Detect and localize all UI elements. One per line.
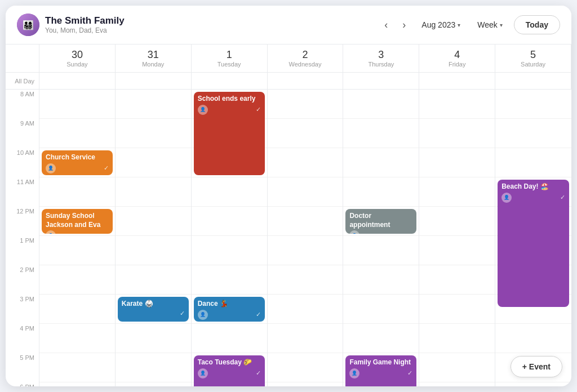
event-avatar-sunday-school: 👤 bbox=[46, 230, 56, 234]
hour-slot-2-3 bbox=[192, 177, 267, 207]
day-column-3 bbox=[268, 90, 344, 386]
day-header-1: 31Monday bbox=[116, 44, 192, 72]
family-subtitle: You, Mom, Dad, Eva bbox=[45, 26, 125, 34]
family-avatar: 👨‍👩‍👧‍👦 bbox=[17, 14, 39, 36]
hour-slot-0-8 bbox=[39, 324, 115, 353]
add-event-button[interactable]: + Event bbox=[511, 356, 562, 377]
day-num-3: 2 bbox=[270, 49, 341, 61]
hour-slot-3-5 bbox=[268, 236, 343, 265]
hour-slot-2-8 bbox=[192, 324, 267, 353]
week-selector[interactable]: Week ▾ bbox=[472, 17, 508, 33]
day-num-4: 3 bbox=[345, 49, 416, 61]
event-meta-sunday-school: 👤✓ bbox=[46, 230, 109, 234]
days-columns: Church Service👤✓Sunday School Jackson an… bbox=[39, 90, 571, 386]
day-name-3: Wednesday bbox=[270, 61, 341, 68]
hour-slot-4-1 bbox=[343, 119, 419, 148]
time-label-1: 9 AM bbox=[6, 119, 39, 148]
day-name-6: Saturday bbox=[498, 61, 569, 68]
day-header-2: 1Tuesday bbox=[192, 44, 268, 72]
event-avatar-school-ends-early: 👤 bbox=[198, 105, 208, 115]
event-title-church-service: Church Service bbox=[46, 153, 109, 162]
event-check-sunday-school: ✓ bbox=[104, 232, 109, 234]
event-avatar-doctor-appointment: 👤 bbox=[349, 230, 359, 234]
prev-button[interactable]: ‹ bbox=[380, 17, 392, 33]
hour-slot-5-10 bbox=[419, 382, 495, 386]
time-label-10: 6 PM bbox=[6, 382, 39, 386]
event-dance[interactable]: Dance 💃👤✓ bbox=[194, 297, 265, 322]
header-spacer bbox=[6, 44, 39, 72]
today-button[interactable]: Today bbox=[514, 15, 560, 34]
day-name-1: Monday bbox=[118, 61, 189, 68]
day-header-3: 2Wednesday bbox=[268, 44, 344, 72]
header: 👨‍👩‍👧‍👦 The Smith Family You, Mom, Dad, … bbox=[6, 6, 571, 44]
hour-slot-1-8 bbox=[116, 324, 191, 353]
event-title-school-ends-early: School ends early bbox=[198, 95, 261, 104]
event-avatar-beach-day: 👤 bbox=[501, 193, 512, 203]
event-meta-doctor-appointment: 👤 bbox=[349, 230, 412, 234]
hour-slot-3-2 bbox=[268, 148, 343, 177]
event-church-service[interactable]: Church Service👤✓ bbox=[42, 150, 113, 175]
header-left: 👨‍👩‍👧‍👦 The Smith Family You, Mom, Dad, … bbox=[17, 14, 380, 36]
event-avatar-taco-tuesday: 👤 bbox=[198, 368, 208, 378]
day-header-0: 30Sunday bbox=[39, 44, 116, 72]
event-doctor-appointment[interactable]: Doctor appointment👤 bbox=[345, 209, 416, 234]
time-label-6: 2 PM bbox=[6, 265, 39, 295]
hour-slot-4-7 bbox=[343, 295, 419, 324]
day-column-4: Doctor appointment👤Family Game Night👤✓ bbox=[343, 90, 419, 386]
time-label-7: 3 PM bbox=[6, 295, 39, 324]
calendar-app: 👨‍👩‍👧‍👦 The Smith Family You, Mom, Dad, … bbox=[6, 6, 571, 386]
hour-slot-5-5 bbox=[419, 236, 495, 265]
allday-cell-2 bbox=[192, 73, 268, 89]
hour-slot-1-0 bbox=[116, 90, 191, 119]
allday-cell-4 bbox=[343, 73, 419, 89]
day-num-2: 1 bbox=[194, 49, 265, 61]
hour-slot-1-5 bbox=[116, 236, 191, 265]
hour-slot-3-6 bbox=[268, 265, 343, 295]
day-num-5: 4 bbox=[421, 49, 492, 61]
hour-slot-1-2 bbox=[116, 148, 191, 177]
hour-slot-0-10 bbox=[39, 382, 115, 386]
event-taco-tuesday[interactable]: Taco Tuesday 🌮👤✓ bbox=[194, 355, 265, 386]
day-column-0: Church Service👤✓Sunday School Jackson an… bbox=[39, 90, 116, 386]
event-title-family-game-night: Family Game Night bbox=[349, 358, 412, 367]
event-sunday-school[interactable]: Sunday School Jackson and Eva👤✓ bbox=[42, 209, 113, 234]
event-meta-karate: ✓ bbox=[122, 310, 185, 317]
hour-slot-3-4 bbox=[268, 207, 343, 236]
hour-slot-0-1 bbox=[39, 119, 115, 148]
time-label-0: 8 AM bbox=[6, 90, 39, 119]
hour-slot-6-2 bbox=[495, 148, 571, 177]
day-name-0: Sunday bbox=[42, 61, 113, 68]
hour-slot-0-9 bbox=[39, 353, 115, 382]
event-check-dance: ✓ bbox=[256, 311, 261, 318]
header-controls: ‹ › Aug 2023 ▾ Week ▾ Today bbox=[380, 15, 560, 34]
day-header-4: 3Thursday bbox=[343, 44, 419, 72]
event-karate[interactable]: Karate 🥋✓ bbox=[118, 297, 189, 322]
month-label: Aug 2023 bbox=[421, 20, 455, 29]
time-label-8: 4 PM bbox=[6, 324, 39, 353]
hour-slot-2-6 bbox=[192, 265, 267, 295]
next-button[interactable]: › bbox=[398, 17, 410, 33]
hour-slot-5-1 bbox=[419, 119, 495, 148]
month-selector[interactable]: Aug 2023 ▾ bbox=[416, 17, 466, 33]
day-headers: 30Sunday31Monday1Tuesday2Wednesday3Thurs… bbox=[6, 44, 571, 73]
family-name: The Smith Family bbox=[45, 15, 125, 26]
hour-slot-4-0 bbox=[343, 90, 419, 119]
hour-slot-3-10 bbox=[268, 382, 343, 386]
event-check-school-ends-early: ✓ bbox=[256, 106, 261, 113]
hour-slot-0-0 bbox=[39, 90, 115, 119]
event-title-beach-day: Beach Day! 🏖️ bbox=[501, 182, 565, 191]
event-avatar-church-service: 👤 bbox=[46, 163, 56, 173]
event-family-game-night[interactable]: Family Game Night👤✓ bbox=[345, 355, 416, 386]
day-column-2: School ends early👤✓Dance 💃👤✓Taco Tuesday… bbox=[192, 90, 268, 386]
time-labels: 8 AM9 AM10 AM11 AM12 PM1 PM2 PM3 PM4 PM5… bbox=[6, 90, 39, 386]
event-beach-day[interactable]: Beach Day! 🏖️👤✓ bbox=[498, 180, 569, 307]
month-chevron-icon: ▾ bbox=[458, 22, 460, 28]
avatar-image: 👨‍👩‍👧‍👦 bbox=[17, 14, 39, 36]
event-meta-dance: 👤✓ bbox=[198, 310, 261, 320]
day-column-1: Karate 🥋✓ bbox=[116, 90, 192, 386]
hour-slot-3-8 bbox=[268, 324, 343, 353]
event-check-church-service: ✓ bbox=[104, 164, 109, 172]
event-school-ends-early[interactable]: School ends early👤✓ bbox=[194, 92, 265, 175]
day-num-6: 5 bbox=[498, 49, 569, 61]
day-name-5: Friday bbox=[421, 61, 492, 68]
